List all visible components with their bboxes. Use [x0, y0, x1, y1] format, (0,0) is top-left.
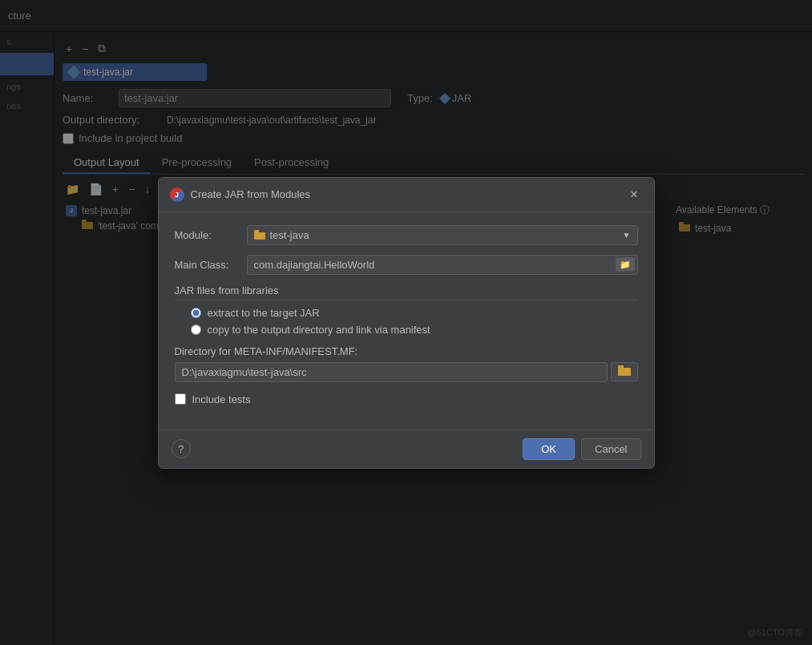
radio-row-extract: extract to the target JAR — [175, 307, 638, 319]
module-dropdown-arrow[interactable]: ▼ — [623, 231, 631, 240]
modal-title-area: J Create JAR from Modules — [170, 187, 311, 202]
directory-section: Directory for META-INF/MANIFEST.MF: — [175, 345, 638, 382]
svg-rect-6 — [618, 368, 631, 376]
dir-browse-btn[interactable] — [611, 362, 638, 381]
ok-button[interactable]: OK — [523, 438, 575, 460]
footer-buttons: OK Cancel — [523, 438, 640, 460]
include-tests-row: Include tests — [175, 393, 638, 405]
jar-files-section-label: JAR files from libraries — [175, 284, 638, 300]
cancel-button[interactable]: Cancel — [581, 438, 640, 460]
main-class-browse-btn[interactable]: 📁 — [616, 258, 635, 272]
modal-footer: ? OK Cancel — [159, 429, 654, 468]
module-value: test-java — [270, 229, 618, 241]
module-select-wrapper: test-java ▼ — [247, 225, 638, 245]
radio-extract-label[interactable]: extract to the target JAR — [208, 307, 320, 319]
create-jar-modal: J Create JAR from Modules × Module: test… — [158, 177, 655, 469]
modal-overlay: J Create JAR from Modules × Module: test… — [0, 0, 812, 645]
ide-background: cture s ngs ries + − ⧉ test-java:jar Nam… — [0, 0, 812, 645]
modal-header: J Create JAR from Modules × — [159, 178, 654, 212]
radio-copy[interactable] — [191, 325, 201, 335]
modal-close-button[interactable]: × — [625, 186, 642, 204]
svg-rect-4 — [254, 232, 265, 240]
module-row: Module: test-java ▼ — [175, 225, 638, 245]
main-class-label: Main Class: — [175, 259, 247, 271]
help-button[interactable]: ? — [172, 439, 191, 458]
radio-row-copy: copy to the output directory and link vi… — [175, 324, 638, 336]
radio-group-jar: extract to the target JAR copy to the ou… — [175, 307, 638, 336]
include-tests-checkbox[interactable] — [175, 393, 186, 405]
dir-browse-folder-icon — [618, 365, 631, 376]
modal-body: Module: test-java ▼ Main Class: 📁 — [159, 212, 654, 429]
include-tests-label[interactable]: Include tests — [192, 393, 251, 405]
svg-rect-7 — [618, 365, 624, 369]
modal-title: Create JAR from Modules — [191, 188, 311, 200]
radio-extract[interactable] — [191, 308, 201, 318]
main-class-input[interactable] — [247, 255, 638, 275]
radio-copy-label[interactable]: copy to the output directory and link vi… — [208, 324, 430, 336]
dir-input[interactable] — [175, 362, 608, 382]
main-class-row: Main Class: 📁 — [175, 255, 638, 275]
module-folder-icon — [254, 230, 265, 240]
dir-label: Directory for META-INF/MANIFEST.MF: — [175, 345, 638, 357]
module-label: Module: — [175, 229, 247, 241]
svg-rect-5 — [254, 230, 259, 233]
dir-input-row — [175, 362, 638, 382]
modal-icon: J — [170, 187, 184, 202]
